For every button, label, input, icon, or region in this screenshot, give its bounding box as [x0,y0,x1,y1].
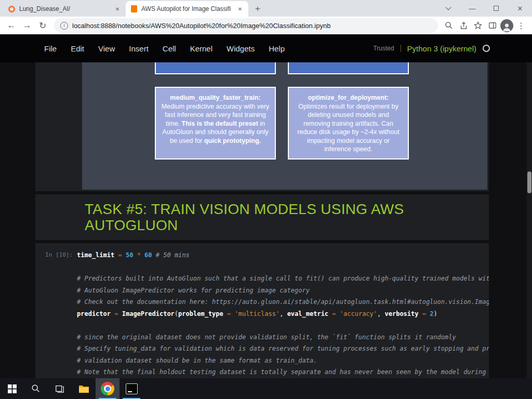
taskbar-search-icon[interactable] [24,378,48,399]
code-line: # Specify tuning_data for validation whi… [77,343,489,355]
back-icon[interactable]: ← [4,18,19,33]
tab-title: Lung_Disease_AI/ [19,5,109,12]
tab-close-icon[interactable]: ✕ [236,5,244,13]
code-cell[interactable]: In [10]: time_limit = 50 * 60 # 50 mins … [35,243,489,378]
side-panel-icon[interactable] [486,19,499,32]
task5-heading: TASK #5: TRAIN VISION MODELS USING AWS A… [85,201,490,233]
preset-card-cropped-left [155,62,276,74]
file-explorer-icon[interactable] [72,378,96,399]
kernel-idle-icon [483,45,490,52]
menu-cell[interactable]: Cell [163,44,176,53]
tab-title: AWS Autopilot for Image Classifi [141,5,232,12]
code-line: predictor = ImagePredictor(problem_type … [77,308,489,320]
new-tab-button[interactable]: + [250,2,265,16]
zoom-icon[interactable] [442,19,456,32]
menu-help[interactable]: Help [269,44,285,53]
preset-card-body: Optimizes result for deployment by delet… [297,103,399,153]
notebook-content: medium_quality_faster_train: Medium pred… [0,62,532,378]
kernel-name: Python 3 (ipykernel) [407,44,476,53]
preset-card-title: optimize_for_deployment: [294,94,403,102]
window-controls: — ✕ [436,0,532,17]
browser-tab-strip: Lung_Disease_AI/ ✕ AWS Autopilot for Ima… [0,0,532,17]
task5-heading-cell[interactable]: TASK #5: TRAIN VISION MODELS USING AWS A… [35,194,489,240]
code-lines[interactable]: time_limit = 50 * 60 # 50 mins # Predict… [77,243,489,378]
input-prompt: In [10]: [35,251,73,258]
url-text: localhost:8888/notebooks/AWS%20Autopilot… [72,22,330,30]
scrollbar-thumb[interactable] [527,171,531,193]
menu-view[interactable]: View [98,44,115,53]
site-info-icon[interactable]: i [60,22,68,30]
code-line: # Check out the documentation here: http… [77,296,489,308]
code-line [77,261,489,273]
kernel-indicator-area: Trusted Python 3 (ipykernel) [373,34,490,62]
markdown-image-cell[interactable]: medium_quality_faster_train: Medium pred… [35,62,489,191]
profile-avatar[interactable] [500,19,513,32]
preset-card-medium-quality: medium_quality_faster_train: Medium pred… [155,87,276,159]
tab-aws-autopilot[interactable]: AWS Autopilot for Image Classifi ✕ [126,1,248,17]
reload-icon[interactable]: ↻ [35,18,50,33]
chrome-logo [101,382,114,395]
menu-file[interactable]: File [44,44,57,53]
code-line: # Note that the final holdout testing da… [77,366,489,378]
task-view-icon[interactable] [48,378,72,399]
preset-card-body: Medium predictive accuracy with very fas… [162,103,270,144]
browser-menu-icon[interactable]: ⋮ [514,19,528,32]
menu-edit[interactable]: Edit [71,44,84,53]
tab-search-chevron-icon[interactable] [436,0,460,17]
address-input[interactable]: i localhost:8888/notebooks/AWS%20Autopil… [54,18,438,33]
notebook-menubar: File Edit View Insert Cell Kernel Widget… [0,34,532,62]
window-minimize-button[interactable]: — [460,0,484,17]
menu-widgets[interactable]: Widgets [227,44,255,53]
menu-insert[interactable]: Insert [129,44,149,53]
preset-card-optimize-deployment: optimize_for_deployment: Optimizes resul… [288,87,409,159]
chrome-taskbar-icon[interactable] [96,378,119,399]
window-maximize-button[interactable] [484,0,508,17]
preset-card-cropped-right [288,62,409,74]
window-close-button[interactable]: ✕ [508,0,532,17]
bookmark-star-icon[interactable] [471,19,485,32]
code-line: # since the original dataset does not pr… [77,331,489,343]
forward-icon[interactable]: → [20,18,34,33]
preset-card-title: medium_quality_faster_train: [161,94,270,102]
menu-kernel[interactable]: Kernel [190,44,212,53]
start-button[interactable] [0,378,24,399]
code-line: # Predictors built into AutoGluon such t… [77,273,489,285]
tab-lung-disease-ai[interactable]: Lung_Disease_AI/ ✕ [3,1,126,17]
terminal-icon [126,383,138,394]
notebook-scrollbar[interactable] [527,62,532,378]
code-line [77,320,489,331]
jupyter-favicon [8,6,15,12]
screen: Lung_Disease_AI/ ✕ AWS Autopilot for Ima… [0,0,532,399]
trusted-badge: Trusted [373,45,401,52]
taskbar [0,378,532,399]
terminal-taskbar-icon[interactable] [119,378,143,399]
jupyter-notebook-app: File Edit View Insert Cell Kernel Widget… [0,34,532,378]
share-icon[interactable] [457,19,470,32]
notebook-favicon [131,5,137,12]
browser-address-bar: ← → ↻ i localhost:8888/notebooks/AWS%20A… [0,17,532,34]
code-line: # AutoGluon ImagePredictor works for pre… [77,285,489,297]
tab-close-icon[interactable]: ✕ [113,5,122,13]
code-line: time_limit = 50 * 60 # 50 mins [77,249,489,261]
code-line: # validation dataset should be in the sa… [77,355,489,367]
preset-comparison-image: medium_quality_faster_train: Medium pred… [82,62,487,190]
